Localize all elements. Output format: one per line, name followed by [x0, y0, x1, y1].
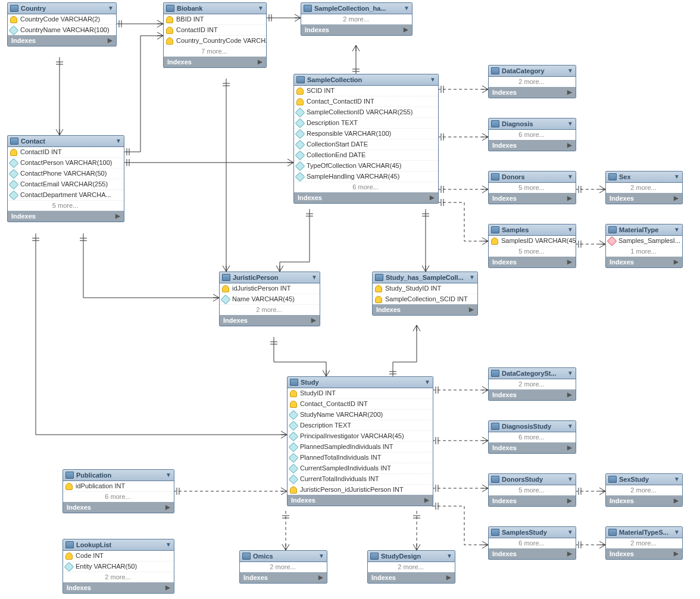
indexes-bar[interactable]: Indexes▶	[606, 257, 682, 267]
field-row[interactable]: Code INT	[63, 551, 174, 561]
field-row[interactable]: CurrentSampledIndividuals INT	[288, 463, 433, 473]
indexes-bar[interactable]: Indexes▶	[220, 315, 320, 326]
chevron-down-icon[interactable]: ▼	[567, 527, 573, 538]
chevron-down-icon[interactable]: ▼	[430, 74, 436, 85]
field-row[interactable]: CountryName VARCHAR(100)	[8, 24, 116, 35]
field-row[interactable]: ContactEmail VARCHAR(255)	[8, 179, 124, 189]
entity-biobank[interactable]: Biobank▼BBID INTContactID INTCountry_Cou…	[163, 2, 267, 68]
entity-header[interactable]: DonorsStudy▼	[489, 474, 576, 485]
chevron-right-icon[interactable]: ▶	[311, 315, 316, 326]
chevron-down-icon[interactable]: ▼	[674, 171, 680, 182]
entity-header[interactable]: Country▼	[8, 3, 116, 14]
chevron-down-icon[interactable]: ▼	[311, 272, 317, 283]
entity-header[interactable]: Study▼	[288, 377, 433, 388]
entity-header[interactable]: StudyDesign▼	[368, 551, 455, 562]
chevron-down-icon[interactable]: ▼	[108, 3, 114, 14]
chevron-down-icon[interactable]: ▼	[258, 3, 264, 14]
more-row[interactable]: 2 more...	[301, 14, 412, 24]
more-row[interactable]: 6 more...	[489, 130, 576, 140]
more-row[interactable]: 2 more...	[220, 304, 320, 315]
field-row[interactable]: SCID INT	[294, 86, 438, 96]
chevron-down-icon[interactable]: ▼	[404, 3, 410, 14]
more-row[interactable]: 5 more...	[8, 200, 124, 211]
chevron-down-icon[interactable]: ▼	[674, 224, 680, 235]
more-row[interactable]: 2 more...	[240, 562, 327, 572]
chevron-right-icon[interactable]: ▶	[674, 257, 679, 267]
entity-donors[interactable]: Donors▼5 more...Indexes▶	[488, 171, 576, 204]
indexes-bar[interactable]: Indexes▶	[288, 495, 433, 506]
chevron-right-icon[interactable]: ▶	[446, 572, 451, 583]
entity-publication[interactable]: Publication▼idPublication INT6 more...In…	[62, 469, 174, 513]
chevron-down-icon[interactable]: ▼	[165, 470, 171, 481]
more-row[interactable]: 2 more...	[606, 485, 682, 495]
field-row[interactable]: ContactPerson VARCHAR(100)	[8, 157, 124, 168]
entity-header[interactable]: Samples▼	[489, 224, 576, 236]
chevron-right-icon[interactable]: ▶	[674, 495, 679, 506]
more-row[interactable]: 5 more...	[489, 183, 576, 193]
chevron-right-icon[interactable]: ▶	[115, 211, 120, 221]
entity-omics[interactable]: Omics▼2 more...Indexes▶	[239, 550, 327, 584]
chevron-right-icon[interactable]: ▶	[567, 140, 572, 151]
field-row[interactable]: PlannedTotalIndividuals INT	[288, 452, 433, 463]
field-row[interactable]: ContactID INT	[8, 147, 124, 157]
indexes-bar[interactable]: Indexes▶	[606, 193, 682, 204]
more-row[interactable]: 2 more...	[489, 77, 576, 87]
chevron-down-icon[interactable]: ▼	[446, 551, 452, 561]
entity-diagnosis[interactable]: Diagnosis▼6 more...Indexes▶	[488, 118, 576, 151]
entity-mts[interactable]: MaterialTypeS...▼2 more...Indexes▶	[605, 526, 683, 560]
indexes-bar[interactable]: Indexes▶	[489, 193, 576, 204]
entity-donorsstudy[interactable]: DonorsStudy▼5 more...Indexes▶	[488, 473, 576, 507]
field-row[interactable]: StudyName VARCHAR(200)	[288, 409, 433, 420]
more-row[interactable]: 5 more...	[489, 246, 576, 257]
indexes-bar[interactable]: Indexes▶	[606, 495, 682, 506]
indexes-bar[interactable]: Indexes▶	[8, 211, 124, 221]
entity-study[interactable]: Study▼StudyID INTContact_ContactID INTSt…	[287, 376, 433, 506]
entity-samplesstudy[interactable]: SamplesStudy▼6 more...Indexes▶	[488, 526, 576, 560]
chevron-down-icon[interactable]: ▼	[567, 421, 573, 432]
chevron-down-icon[interactable]: ▼	[567, 368, 573, 379]
field-row[interactable]: CollectionStart DATE	[294, 139, 438, 149]
chevron-down-icon[interactable]: ▼	[674, 527, 680, 538]
indexes-bar[interactable]: Indexes▶	[368, 572, 455, 583]
entity-header[interactable]: MaterialTypeS...▼	[606, 527, 682, 538]
chevron-down-icon[interactable]: ▼	[318, 551, 324, 561]
field-row[interactable]: SampleCollection_SCID INT	[373, 294, 477, 304]
chevron-down-icon[interactable]: ▼	[165, 539, 171, 550]
chevron-right-icon[interactable]: ▶	[567, 389, 572, 400]
field-row[interactable]: Responsible VARCHAR(100)	[294, 128, 438, 139]
field-row[interactable]: idPublication INT	[63, 481, 174, 491]
more-row[interactable]: 2 more...	[368, 562, 455, 572]
indexes-bar[interactable]: Indexes▶	[489, 495, 576, 506]
chevron-right-icon[interactable]: ▶	[567, 495, 572, 506]
indexes-bar[interactable]: Indexes▶	[240, 572, 327, 583]
entity-header[interactable]: Publication▼	[63, 470, 174, 481]
field-row[interactable]: Study_StudyID INT	[373, 283, 477, 294]
entity-header[interactable]: SampleCollection▼	[294, 74, 438, 86]
entity-samples[interactable]: Samples▼SamplesID VARCHAR(45)5 more...In…	[488, 224, 576, 268]
entity-header[interactable]: SexStudy▼	[606, 474, 682, 485]
entity-country[interactable]: Country▼CountryCode VARCHAR(2)CountryNam…	[7, 2, 117, 46]
entity-dcs[interactable]: DataCategorySt...▼2 more...Indexes▶	[488, 367, 576, 401]
field-row[interactable]: Contact_ContactID INT	[288, 398, 433, 409]
entity-sexstudy[interactable]: SexStudy▼2 more...Indexes▶	[605, 473, 683, 507]
entity-header[interactable]: Study_has_SampleColl...▼	[373, 272, 477, 283]
chevron-right-icon[interactable]: ▶	[567, 257, 572, 267]
entity-header[interactable]: LookupList▼	[63, 539, 174, 551]
entity-header[interactable]: MaterialType▼	[606, 224, 682, 236]
field-row[interactable]: ContactID INT	[164, 24, 266, 35]
indexes-bar[interactable]: Indexes▶	[489, 548, 576, 559]
entity-header[interactable]: JuristicPerson▼	[220, 272, 320, 283]
field-row[interactable]: Name VARCHAR(45)	[220, 294, 320, 304]
field-row[interactable]: BBID INT	[164, 14, 266, 24]
indexes-bar[interactable]: Indexes▶	[164, 57, 266, 67]
indexes-bar[interactable]: Indexes▶	[373, 304, 477, 315]
chevron-right-icon[interactable]: ▶	[674, 548, 679, 559]
entity-sch[interactable]: SampleCollection_ha...▼2 more...Indexes▶	[301, 2, 412, 36]
more-row[interactable]: 2 more...	[63, 572, 174, 582]
entity-contact[interactable]: Contact▼ContactID INTContactPerson VARCH…	[7, 135, 124, 222]
indexes-bar[interactable]: Indexes▶	[489, 442, 576, 453]
entity-header[interactable]: SamplesStudy▼	[489, 527, 576, 538]
indexes-bar[interactable]: Indexes▶	[489, 140, 576, 151]
more-row[interactable]: 2 more...	[606, 538, 682, 548]
entity-header[interactable]: DataCategorySt...▼	[489, 368, 576, 379]
